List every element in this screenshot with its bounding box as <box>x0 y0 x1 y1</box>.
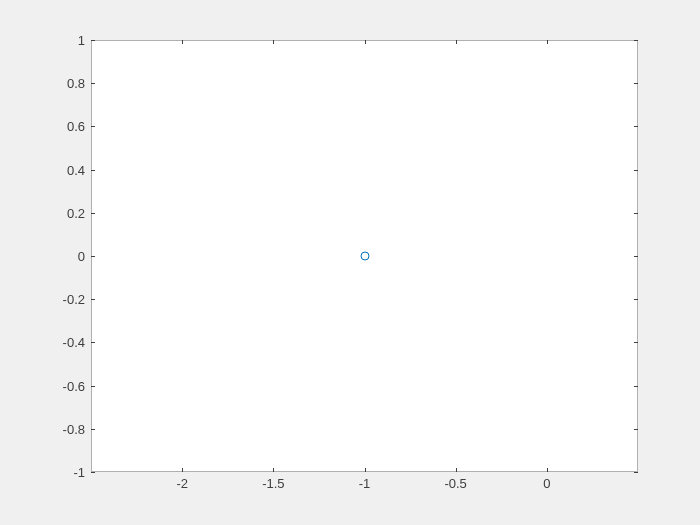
x-tick-mark <box>365 40 366 44</box>
y-tick-mark <box>91 126 95 127</box>
y-tick-label: 0.4 <box>0 162 85 177</box>
data-marker <box>360 252 369 261</box>
y-tick-label: 1 <box>0 33 85 48</box>
y-tick-label: 0.6 <box>0 119 85 134</box>
x-tick-mark <box>456 40 457 44</box>
x-tick-label: -1 <box>359 476 371 491</box>
y-tick-mark <box>634 342 638 343</box>
y-tick-mark <box>634 386 638 387</box>
y-tick-label: 0.2 <box>0 205 85 220</box>
y-tick-label: -0.6 <box>0 378 85 393</box>
figure: -1-0.8-0.6-0.4-0.200.20.40.60.81 -2-1.5-… <box>0 0 700 525</box>
y-tick-mark <box>91 256 95 257</box>
y-tick-mark <box>91 213 95 214</box>
x-tick-label: -1.5 <box>262 476 284 491</box>
y-tick-mark <box>91 429 95 430</box>
y-tick-mark <box>91 299 95 300</box>
y-tick-mark <box>91 386 95 387</box>
x-tick-mark <box>547 40 548 44</box>
y-tick-label: 0.8 <box>0 76 85 91</box>
x-tick-mark <box>547 468 548 472</box>
y-tick-label: -1 <box>0 465 85 480</box>
x-tick-mark <box>456 468 457 472</box>
y-tick-mark <box>634 83 638 84</box>
x-tick-mark <box>273 40 274 44</box>
x-tick-label: 0 <box>543 476 550 491</box>
y-tick-mark <box>634 213 638 214</box>
y-tick-mark <box>91 342 95 343</box>
y-tick-label: 0 <box>0 249 85 264</box>
x-tick-mark <box>182 468 183 472</box>
y-tick-mark <box>634 429 638 430</box>
y-tick-mark <box>634 299 638 300</box>
y-tick-mark <box>91 472 95 473</box>
x-tick-label: -2 <box>176 476 188 491</box>
y-tick-mark <box>634 126 638 127</box>
y-tick-mark <box>91 40 95 41</box>
x-tick-mark <box>365 468 366 472</box>
y-tick-mark <box>91 83 95 84</box>
y-tick-label: -0.8 <box>0 421 85 436</box>
y-tick-mark <box>634 256 638 257</box>
x-tick-mark <box>273 468 274 472</box>
x-tick-mark <box>182 40 183 44</box>
x-tick-label: -0.5 <box>444 476 466 491</box>
y-tick-mark <box>634 472 638 473</box>
y-tick-label: -0.4 <box>0 335 85 350</box>
y-tick-label: -0.2 <box>0 292 85 307</box>
y-tick-mark <box>91 170 95 171</box>
axes[interactable] <box>91 40 638 472</box>
y-tick-mark <box>634 170 638 171</box>
y-tick-mark <box>634 40 638 41</box>
